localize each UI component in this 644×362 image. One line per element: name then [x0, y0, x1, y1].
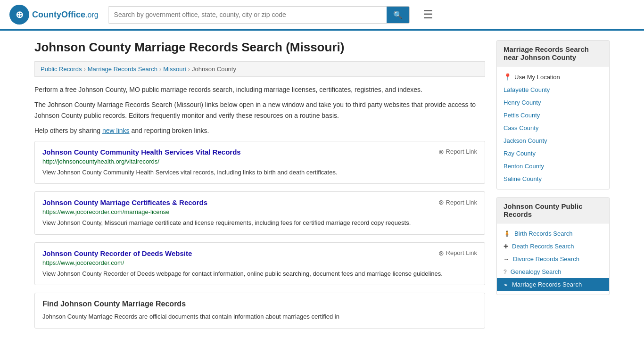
report-icon-1: ⊗	[438, 198, 444, 206]
find-section-description: Johnson County Marriage Records are offi…	[42, 312, 477, 321]
breadcrumb: Public Records › Marriage Records Search…	[34, 61, 485, 77]
result-cards: Johnson County Community Health Services…	[34, 141, 485, 286]
result-title-1[interactable]: Johnson County Marriage Certificates & R…	[42, 198, 207, 206]
report-link-2[interactable]: ⊗ Report Link	[438, 249, 477, 257]
public-records-item-death-records-search[interactable]: ✚Death Records Search	[497, 240, 609, 253]
public-records-list: 🧍Birth Records Search✚Death Records Sear…	[497, 227, 609, 291]
search-bar: 🔍	[108, 6, 410, 24]
report-link-1[interactable]: ⊗ Report Link	[438, 198, 477, 206]
nearby-counties-list: Lafayette CountyHenry CountyPettis Count…	[497, 83, 609, 185]
public-records-body: 🧍Birth Records Search✚Death Records Sear…	[497, 223, 609, 295]
result-desc-2: View Johnson County Recorder of Deeds we…	[42, 269, 477, 279]
result-title-2[interactable]: Johnson County Recorder of Deeds Website	[42, 249, 192, 257]
result-desc-1: View Johnson County, Missouri marriage c…	[42, 218, 477, 228]
sidebar-item-jackson-county[interactable]: Jackson County	[497, 134, 609, 147]
nearby-counties-box: Marriage Records Search near Johnson Cou…	[496, 40, 610, 189]
sidebar-item-cass-county[interactable]: Cass County	[497, 122, 609, 134]
sidebar-item-lafayette-county[interactable]: Lafayette County	[497, 83, 609, 96]
result-card: Johnson County Recorder of Deeds Website…	[34, 242, 485, 286]
menu-button[interactable]: ☰	[419, 6, 437, 23]
site-header: ⊕ CountyOffice.org 🔍 ☰	[0, 0, 644, 31]
sidebar-item-pettis-county[interactable]: Pettis County	[497, 109, 609, 122]
breadcrumb-link-missouri[interactable]: Missouri	[163, 66, 186, 73]
pr-icon-1: ✚	[504, 243, 508, 250]
nearby-counties-body: 📍 Use My Location Lafayette CountyHenry …	[497, 66, 609, 189]
sidebar-item-saline-county[interactable]: Saline County	[497, 173, 609, 185]
breadcrumb-current: Johnson County	[192, 66, 236, 73]
search-button[interactable]: 🔍	[387, 7, 409, 23]
result-url-1: https://www.jocorecorder.com/marriage-li…	[42, 208, 477, 215]
pr-icon-3: ?	[504, 269, 507, 275]
public-records-item-genealogy-search[interactable]: ?Genealogy Search	[497, 265, 609, 278]
breadcrumb-link-public-records[interactable]: Public Records	[41, 66, 82, 73]
sidebar-item-henry-county[interactable]: Henry County	[497, 96, 609, 109]
sidebar-item-benton-county[interactable]: Benton County	[497, 160, 609, 173]
sidebar-item-ray-county[interactable]: Ray County	[497, 147, 609, 160]
main-container: Johnson County Marriage Records Search (…	[25, 31, 619, 338]
public-records-item-marriage-records-search[interactable]: ⚭Marriage Records Search	[497, 278, 609, 291]
result-url-0: http://johnsoncountyhealth.org/vitalreco…	[42, 158, 477, 165]
result-card: Johnson County Marriage Certificates & R…	[34, 191, 485, 235]
pr-icon-0: 🧍	[504, 230, 511, 237]
public-records-item-birth-records-search[interactable]: 🧍Birth Records Search	[497, 227, 609, 240]
page-title: Johnson County Marriage Records Search (…	[34, 40, 485, 55]
logo-text: CountyOffice.org	[32, 10, 99, 20]
new-links-link[interactable]: new links	[102, 127, 130, 134]
report-icon-2: ⊗	[438, 249, 444, 257]
find-section: Find Johnson County Marriage Records Joh…	[34, 293, 485, 329]
sidebar: Marriage Records Search near Johnson Cou…	[496, 40, 610, 329]
report-link-0[interactable]: ⊗ Report Link	[438, 148, 477, 156]
location-icon: 📍	[504, 73, 512, 81]
report-icon-0: ⊗	[438, 148, 444, 156]
description-3: Help others by sharing new links and rep…	[34, 125, 485, 136]
description-1: Perform a free Johnson County, MO public…	[34, 84, 485, 95]
use-my-location[interactable]: 📍 Use My Location	[497, 70, 609, 83]
public-records-header: Johnson County Public Records	[497, 197, 609, 223]
site-logo[interactable]: ⊕ CountyOffice.org	[9, 5, 99, 25]
breadcrumb-link-marriage-records[interactable]: Marriage Records Search	[88, 66, 157, 73]
public-records-box: Johnson County Public Records 🧍Birth Rec…	[496, 197, 610, 295]
pr-icon-2: ↔	[504, 256, 509, 263]
main-content: Johnson County Marriage Records Search (…	[34, 40, 485, 329]
logo-icon: ⊕	[9, 5, 29, 25]
public-records-item-divorce-records-search[interactable]: ↔Divorce Records Search	[497, 253, 609, 265]
result-title-0[interactable]: Johnson County Community Health Services…	[42, 148, 241, 156]
nearby-counties-header: Marriage Records Search near Johnson Cou…	[497, 41, 609, 66]
pr-icon-4: ⚭	[504, 281, 508, 288]
description-2: The Johnson County Marriage Records Sear…	[34, 99, 485, 121]
result-card: Johnson County Community Health Services…	[34, 141, 485, 184]
result-desc-0: View Johnson County Community Health Ser…	[42, 168, 477, 177]
find-section-title: Find Johnson County Marriage Records	[42, 300, 477, 308]
search-input[interactable]	[108, 7, 387, 23]
result-url-2: https://www.jocorecorder.com/	[42, 259, 477, 266]
